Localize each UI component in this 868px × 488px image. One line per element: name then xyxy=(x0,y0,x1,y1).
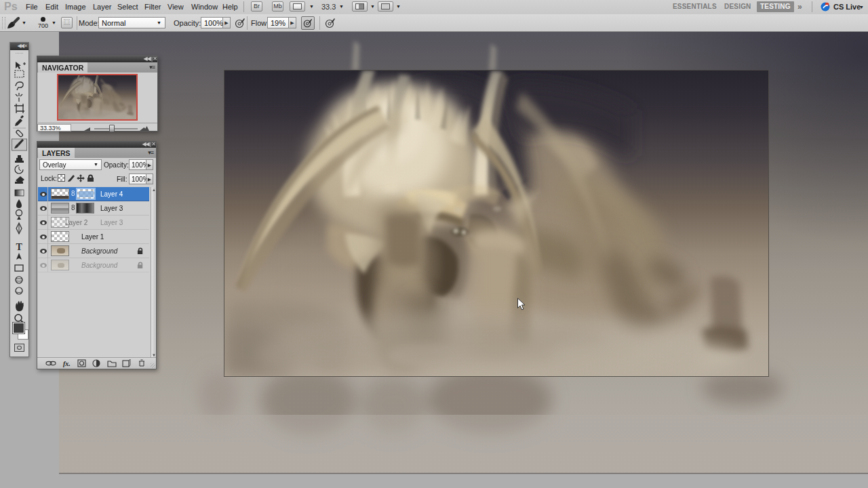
svg-text:fx.: fx. xyxy=(63,360,71,367)
svg-text:T: T xyxy=(16,242,23,252)
